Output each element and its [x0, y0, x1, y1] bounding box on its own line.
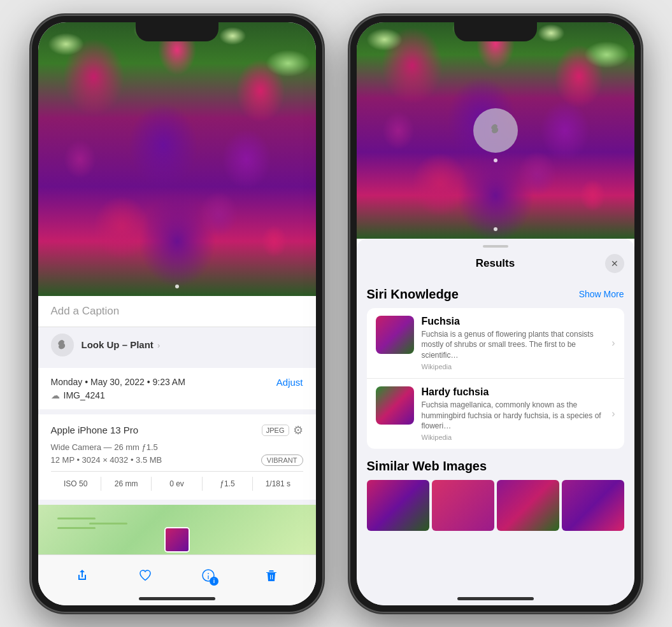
filename-row: ☁ IMG_4241 [51, 390, 303, 400]
phone1-content: Add a Caption Look Up – Plant [38, 22, 316, 605]
mp-row: 12 MP • 3024 × 4032 • 3.5 MB VIBRANT [51, 454, 303, 466]
similar-images-section: Similar Web Images [357, 449, 634, 531]
vs-dot [494, 159, 497, 162]
info-button[interactable]: i [196, 563, 221, 588]
hardy-fuchsia-desc: Fuchsia magellanica, commonly known as t… [422, 400, 608, 432]
home-indicator-2 [457, 597, 534, 600]
hardy-fuchsia-chevron-icon: › [611, 408, 615, 419]
map-thumb-image [166, 528, 189, 551]
fuchsia-name: Fuchsia [422, 316, 608, 327]
notch-2 [454, 22, 537, 41]
lookup-label: Look Up – Plant › [82, 339, 161, 351]
phone-1-screen: Add a Caption Look Up – Plant [38, 22, 316, 605]
similar-image-1[interactable] [367, 480, 429, 531]
knowledge-item-hardy-fuchsia[interactable]: Hardy fuchsia Fuchsia magellanica, commo… [367, 379, 624, 449]
caption-placeholder[interactable]: Add a Caption [51, 305, 120, 317]
app-container: Add a Caption Look Up – Plant [31, 15, 642, 613]
hardy-fuchsia-text: Hardy fuchsia Fuchsia magellanica, commo… [422, 386, 608, 441]
camera-detail: Wide Camera — 26 mm ƒ1.5 [51, 442, 303, 452]
hardy-fuchsia-source: Wikipedia [422, 433, 608, 441]
focal-value: 26 mm [101, 477, 152, 491]
sheet-scroll-content[interactable]: Siri Knowledge Show More Fuchsia Fuchsia [357, 281, 634, 605]
sheet-header: Results ✕ [357, 251, 634, 281]
share-button[interactable] [69, 563, 95, 588]
fuchsia-source: Wikipedia [422, 363, 608, 370]
iso-value: ISO 50 [51, 477, 101, 491]
settings-icon[interactable]: ⚙ [293, 423, 303, 437]
device-section: Apple iPhone 13 Pro JPEG ⚙ Wide Camera —… [38, 414, 316, 500]
adjust-button[interactable]: Adjust [276, 377, 303, 388]
cloud-icon: ☁ [51, 390, 60, 400]
phone-2: Results ✕ Siri Knowledge Show More [349, 15, 642, 613]
fuchsia-desc: Fuchsia is a genus of flowering plants t… [422, 329, 608, 361]
delete-button[interactable] [259, 563, 284, 588]
notch-1 [136, 22, 218, 41]
photo-display[interactable] [38, 22, 316, 296]
similar-images-grid [367, 480, 624, 531]
meta-section: Monday • May 30, 2022 • 9:23 AM Adjust ☁… [38, 368, 316, 409]
lookup-row[interactable]: Look Up – Plant › [38, 327, 316, 363]
hardy-fuchsia-name: Hardy fuchsia [422, 386, 608, 398]
visual-search-button[interactable] [473, 108, 518, 153]
exif-row: ISO 50 26 mm 0 ev ƒ1.5 1/181 s [51, 471, 303, 491]
fuchsia-text: Fuchsia Fuchsia is a genus of flowering … [422, 316, 608, 370]
map-section[interactable] [38, 505, 316, 556]
similar-image-2[interactable] [432, 480, 494, 531]
siri-section-title: Siri Knowledge [367, 287, 459, 302]
phone-2-screen: Results ✕ Siri Knowledge Show More [357, 22, 634, 605]
filename: IMG_4241 [64, 390, 105, 400]
phone-1: Add a Caption Look Up – Plant [31, 15, 324, 613]
results-sheet: Results ✕ Siri Knowledge Show More [357, 239, 634, 605]
caption-section: Add a Caption [38, 296, 316, 327]
favorite-button[interactable] [132, 563, 158, 588]
knowledge-card: Fuchsia Fuchsia is a genus of flowering … [367, 308, 624, 449]
similar-title: Similar Web Images [367, 459, 624, 474]
home-indicator-1 [139, 597, 215, 600]
hardy-fuchsia-thumbnail [376, 386, 414, 425]
lookup-chevron-icon: › [157, 341, 160, 350]
vibrant-badge: VIBRANT [261, 454, 303, 466]
photo-display-2[interactable] [357, 22, 634, 239]
lookup-text: Look Up – Plant [82, 339, 157, 350]
close-icon: ✕ [611, 258, 618, 269]
device-header-row: Apple iPhone 13 Pro JPEG ⚙ [51, 423, 303, 437]
format-badge: JPEG [262, 425, 289, 436]
flower-image [38, 22, 316, 296]
device-name: Apple iPhone 13 Pro [51, 425, 139, 435]
shutter-value: 1/181 s [253, 477, 303, 491]
knowledge-item-fuchsia[interactable]: Fuchsia Fuchsia is a genus of flowering … [367, 308, 624, 379]
similar-image-4[interactable] [562, 480, 624, 531]
photo-date: Monday • May 30, 2022 • 9:23 AM [51, 377, 185, 387]
ev-value: 0 ev [152, 477, 202, 491]
results-title: Results [386, 257, 605, 270]
map-thumbnail [164, 527, 190, 553]
fuchsia-chevron-icon: › [611, 337, 615, 349]
info-badge: i [210, 577, 218, 586]
date-row: Monday • May 30, 2022 • 9:23 AM Adjust [51, 377, 303, 388]
siri-knowledge-section: Siri Knowledge Show More Fuchsia Fuchsia [357, 281, 634, 449]
mp-text: 12 MP • 3024 × 4032 • 3.5 MB [51, 455, 162, 465]
show-more-button[interactable]: Show More [579, 289, 624, 299]
close-sheet-button[interactable]: ✕ [605, 254, 624, 273]
lookup-icon [51, 334, 74, 356]
similar-image-3[interactable] [497, 480, 559, 531]
fuchsia-thumbnail [376, 316, 414, 354]
siri-section-header: Siri Knowledge Show More [367, 287, 624, 302]
aperture-value: ƒ1.5 [203, 477, 253, 491]
photo-dot-indicator [175, 285, 179, 288]
device-badges: JPEG ⚙ [262, 423, 303, 437]
photo-dot-2 [494, 227, 497, 231]
phone2-content: Results ✕ Siri Knowledge Show More [357, 22, 634, 605]
sheet-handle [483, 245, 508, 248]
